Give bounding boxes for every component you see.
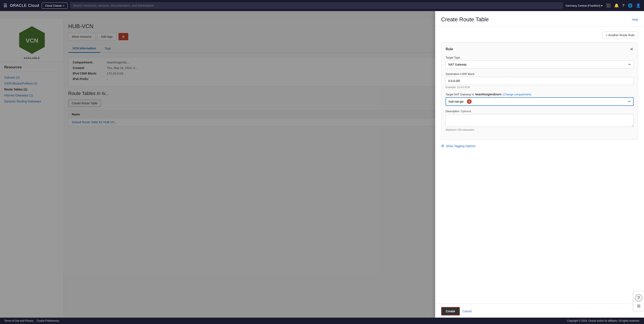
footer-copyright: Copyright © 2024, Oracle and/or its affi… — [567, 319, 640, 322]
destination-cidr-hint: Example: 10.0.0.0/24 — [446, 86, 634, 89]
badge-1: 1 — [467, 99, 472, 104]
destination-cidr-label: Destination CIDR Block — [446, 72, 634, 76]
modal-title: Create Route Table — [441, 16, 489, 23]
compartment-name: IwanHoogendoorn — [475, 93, 502, 96]
description-label: Description — [446, 110, 460, 113]
cookie-link[interactable]: Cookie Preferences — [37, 319, 59, 322]
cloud-shell-icon[interactable]: ⬛ — [606, 3, 611, 8]
target-gateway-select[interactable]: hub-nat-gw — [446, 97, 634, 106]
notifications-icon[interactable]: 🔔 — [614, 3, 619, 8]
help-circle-icon[interactable]: ? — [635, 294, 642, 302]
help-grid-icon[interactable]: ⊞ — [637, 303, 640, 309]
cancel-button[interactable]: Cancel — [462, 310, 472, 313]
another-route-rule-button[interactable]: + Another Route Rule — [602, 31, 638, 39]
target-type-group: Target Type NAT Gateway — [446, 56, 634, 68]
create-route-table-modal: Create Route Table Help + Another Route … — [435, 11, 644, 319]
cloud-classic-button[interactable]: Cloud Classic > — [42, 2, 68, 9]
modal-body: + Another Route Rule Rule ✕ Target Type … — [435, 26, 644, 303]
nav-right-area: Germany Central (Frankfurt) ▾ ⬛ 🔔 ? 🌐 👤 — [566, 3, 640, 8]
hamburger-menu-icon[interactable]: ☰ — [4, 3, 7, 8]
help-widget-inner: ? ⊞ — [634, 292, 644, 311]
search-input[interactable] — [70, 2, 563, 9]
region-selector[interactable]: Germany Central (Frankfurt) ▾ — [566, 4, 603, 7]
terms-link[interactable]: Terms of Use and Privacy — [4, 319, 34, 322]
change-compartment-link[interactable]: (Change compartment) — [503, 93, 531, 96]
compartment-row: Target NAT Gateway in IwanHoogendoorn (C… — [446, 93, 634, 96]
description-input[interactable] — [446, 114, 634, 127]
modal-footer: Create Cancel — [435, 303, 644, 319]
destination-cidr-group: Destination CIDR Block Example: 10.0.0.0… — [446, 72, 634, 89]
description-optional: Optional — [461, 110, 471, 113]
user-icon[interactable]: 👤 — [636, 3, 640, 8]
target-label: Target NAT Gateway in — [446, 93, 474, 96]
page-footer: Terms of Use and Privacy Cookie Preferen… — [0, 318, 644, 324]
oracle-logo: ORACLE Cloud — [10, 3, 39, 8]
modal-header: Create Route Table Help — [435, 11, 644, 26]
language-icon[interactable]: 🌐 — [628, 3, 632, 8]
rule-header: Rule ✕ — [446, 47, 634, 52]
target-type-label: Target Type — [446, 56, 634, 59]
target-select-wrapper: hub-nat-gw 1 — [446, 97, 634, 106]
tag-icon: ⚙ — [441, 144, 444, 148]
destination-cidr-input[interactable] — [446, 77, 634, 85]
tagging-label: Show Tagging Options — [446, 144, 476, 148]
rule-close-button[interactable]: ✕ — [630, 47, 634, 52]
rule-box: Rule ✕ Target Type NAT Gateway Destinati… — [441, 42, 638, 140]
top-navigation: ☰ ORACLE Cloud Cloud Classic > Germany C… — [0, 0, 644, 11]
footer-left: Terms of Use and Privacy Cookie Preferen… — [4, 319, 59, 322]
show-tagging-options[interactable]: ⚙ Show Tagging Options — [441, 144, 638, 148]
description-hint: Maximum 255 characters — [446, 128, 634, 131]
description-group: Description Optional Maximum 255 charact… — [446, 110, 634, 131]
create-submit-button[interactable]: Create — [441, 307, 460, 316]
target-type-select[interactable]: NAT Gateway — [446, 60, 634, 68]
help-widget: ? ⊞ — [633, 291, 644, 311]
help-icon[interactable]: ? — [622, 3, 624, 8]
target-gateway-group: Target NAT Gateway in IwanHoogendoorn (C… — [446, 93, 634, 106]
modal-overlay: Create Route Table Help + Another Route … — [0, 11, 644, 319]
rule-title: Rule — [446, 47, 453, 51]
modal-help-link[interactable]: Help — [632, 18, 638, 21]
